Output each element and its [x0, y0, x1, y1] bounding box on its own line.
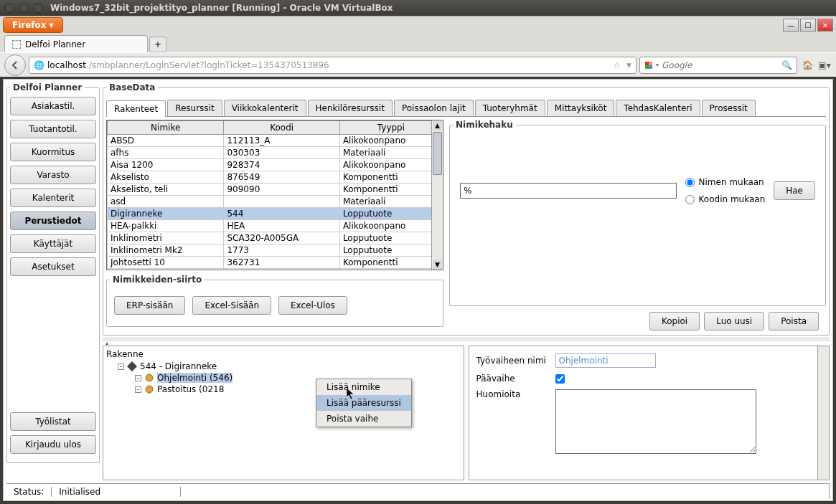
tree-expand-icon[interactable]: -	[135, 375, 141, 381]
excel-sisaan-button[interactable]: Excel-Sisään	[192, 296, 271, 315]
table-row[interactable]: ABSD112113_AAlikokoonpano	[108, 135, 443, 147]
tab-rakenteet[interactable]: Rakenteet	[106, 100, 166, 117]
minimize-icon[interactable]	[19, 3, 29, 13]
table-scrollbar[interactable]: ▲ ▼	[431, 120, 443, 270]
firefox-menu-label: Firefox	[12, 20, 47, 30]
table-cell: Digiranneke	[108, 208, 224, 220]
scroll-down-icon[interactable]: ▼	[433, 260, 442, 270]
table-row[interactable]: asdMateriaali	[108, 196, 443, 208]
table-cell: SCA320-A005GA	[224, 232, 339, 244]
search-value-input[interactable]	[460, 183, 677, 199]
sidebar-btn-perustiedot[interactable]: Perustiedot	[10, 211, 96, 230]
col-nimike[interactable]: Nimike	[108, 121, 224, 135]
guest-close-button[interactable]: ✕	[817, 19, 833, 32]
table-cell: 544	[224, 208, 339, 220]
tab-mittayksikot[interactable]: Mittayksiköt	[547, 100, 615, 116]
col-koodi[interactable]: Koodi	[224, 121, 339, 135]
search-icon[interactable]: 🔍	[781, 60, 792, 70]
tree-expand-icon[interactable]: -	[135, 386, 141, 393]
sidebar-btn-asiakastil[interactable]: Asiakastil.	[10, 97, 96, 115]
sidebar-btn-asetukset[interactable]: Asetukset	[10, 257, 96, 276]
sidebar-btn-kalenterit[interactable]: Kalenterit	[10, 189, 96, 207]
radio-code[interactable]	[685, 195, 695, 204]
sidebar-btn-varasto[interactable]: Varasto	[10, 166, 96, 184]
globe-icon: 🌐	[34, 60, 44, 70]
browser-tab[interactable]: Delfoi Planner	[4, 35, 148, 52]
scroll-up-icon[interactable]: ▲	[433, 120, 442, 130]
sidebar-btn-kayttajat[interactable]: Käyttäjät	[10, 234, 96, 253]
excel-ulos-button[interactable]: Excel-Ulos	[278, 296, 347, 315]
table-row[interactable]: Johtosetti 10362731Komponentti	[108, 257, 443, 269]
table-cell: Aisa 1200	[108, 159, 224, 171]
home-button[interactable]: 🏠	[800, 58, 814, 72]
sidebar-legend: Delfoi Planner	[10, 82, 85, 92]
svg-rect-0	[645, 62, 649, 65]
table-cell: Lopputuote	[339, 208, 442, 220]
ctx-poista-vaihe[interactable]: Poista vaihe	[316, 411, 411, 427]
search-input[interactable]	[662, 60, 779, 70]
table-row[interactable]: Akselisto, teli909090Komponentti	[108, 184, 443, 196]
paavaihe-checkbox[interactable]	[555, 374, 565, 384]
tab-prosessit[interactable]: Prosessit	[702, 100, 756, 116]
table-row[interactable]: Inklinometri Mk21773Lopputuote	[108, 244, 443, 257]
rakenne-tree-panel: Rakenne - 544 - Digiranneke - Ohjelmoint…	[103, 346, 464, 480]
huomioita-textarea[interactable]	[555, 389, 756, 454]
items-table[interactable]: Nimike Koodi Tyyppi ABSD112113_AAlikokoo…	[107, 120, 443, 270]
sidebar-btn-tuotantotil[interactable]: Tuotantotil.	[10, 120, 96, 138]
table-row[interactable]: Akselisto876549Komponentti	[108, 171, 443, 184]
radio-nimen-mukaan[interactable]: Nimen mukaan	[685, 177, 766, 187]
kopioi-button[interactable]: Kopioi	[649, 312, 700, 331]
tab-henkiloresurssit[interactable]: Henkilöresurssit	[308, 100, 393, 116]
sidebar: Delfoi Planner Asiakastil. Tuotantotil. …	[6, 82, 100, 480]
horizontal-splitter[interactable]	[103, 337, 830, 341]
dropdown-arrow-icon[interactable]: ▾	[656, 62, 659, 68]
tab-tehdaskalenteri[interactable]: TehdasKalenteri	[616, 100, 700, 116]
new-tab-button[interactable]: +	[149, 37, 166, 52]
sidebar-btn-tyolistat[interactable]: Työlistat	[10, 412, 96, 431]
poista-button[interactable]: Poista	[769, 312, 819, 331]
tree-collapse-icon[interactable]: -	[118, 363, 124, 370]
erp-sisaan-button[interactable]: ERP-sisään	[114, 296, 185, 315]
scroll-thumb[interactable]	[433, 132, 442, 175]
tab-poissaolon-lajit[interactable]: Poissaolon lajit	[394, 100, 474, 116]
detail-scrollbar[interactable]	[817, 346, 829, 480]
luo-uusi-button[interactable]: Luo uusi	[704, 312, 764, 331]
tyovaihe-input[interactable]	[555, 353, 656, 368]
back-button[interactable]	[4, 54, 26, 76]
search-box[interactable]: ▾ 🔍	[639, 57, 797, 74]
url-bar[interactable]: 🌐 localhost/smbplanner/LoginServlet?logi…	[29, 57, 637, 74]
table-row[interactable]: Johtosetti 20120932Komponentti	[108, 269, 443, 271]
sidebar-btn-kuormitus[interactable]: Kuormitus	[10, 143, 96, 161]
svg-rect-4	[127, 361, 137, 371]
col-tyyppi[interactable]: Tyyppi	[339, 121, 442, 135]
tab-favicon	[12, 40, 21, 49]
close-icon[interactable]	[4, 3, 14, 13]
ctx-lisaa-paaresurssi[interactable]: Lisää pääresurssi	[316, 395, 411, 411]
radio-koodin-mukaan[interactable]: Koodin mukaan	[685, 194, 766, 204]
rakenne-legend: Rakenne	[106, 349, 461, 359]
sidebar-btn-kirjaudu-ulos[interactable]: Kirjaudu ulos	[10, 435, 96, 454]
table-row[interactable]: Aisa 1200928374Alikokoonpano	[108, 159, 443, 171]
guest-minimize-button[interactable]: —	[783, 19, 799, 32]
table-row[interactable]: HEA-palkkiHEAAlikokoonpano	[108, 220, 443, 232]
tab-resurssit[interactable]: Resurssit	[167, 100, 222, 116]
tab-tuoteryhmat[interactable]: Tuoteryhmät	[475, 100, 545, 116]
ctx-lisaa-nimike[interactable]: Lisää nimike	[316, 379, 411, 395]
table-row[interactable]: InklinometriSCA320-A005GALopputuote	[108, 232, 443, 244]
table-cell: ABSD	[108, 135, 224, 147]
tree-root-item[interactable]: - 544 - Digiranneke	[106, 361, 461, 372]
tab-viikkokalenterit[interactable]: Viikkokalenterit	[224, 100, 306, 116]
table-row[interactable]: afhs030303Materiaali	[108, 147, 443, 159]
svg-point-5	[146, 374, 153, 381]
table-row[interactable]: Digiranneke544Lopputuote	[108, 208, 443, 220]
guest-maximize-button[interactable]: ☐	[800, 19, 816, 32]
maximize-icon[interactable]	[33, 3, 43, 13]
firefox-menu-button[interactable]: Firefox ▼	[3, 17, 63, 33]
hae-button[interactable]: Hae	[774, 181, 815, 200]
radio-name[interactable]	[685, 178, 695, 187]
bookmarks-button[interactable]: ▣▾	[817, 58, 832, 72]
table-cell: Komponentti	[339, 171, 442, 184]
bookmark-star-icon[interactable]: ☆	[613, 60, 621, 70]
status-bar: Status: Initialised	[6, 483, 830, 499]
chevron-down-icon[interactable]: ▼	[626, 62, 631, 69]
